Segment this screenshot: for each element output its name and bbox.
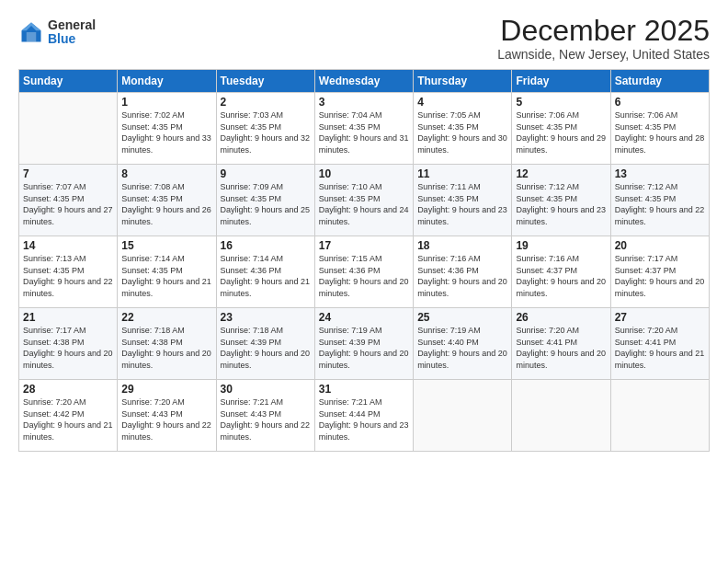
table-row: 17Sunrise: 7:15 AMSunset: 4:36 PMDayligh… [314, 236, 413, 308]
day-number: 21 [23, 311, 113, 324]
title-block: December 2025 Lawnside, New Jersey, Unit… [497, 15, 710, 62]
day-info: Sunrise: 7:19 AMSunset: 4:40 PMDaylight:… [417, 325, 507, 371]
table-row: 22Sunrise: 7:18 AMSunset: 4:38 PMDayligh… [118, 308, 216, 380]
table-row: 13Sunrise: 7:12 AMSunset: 4:35 PMDayligh… [610, 165, 709, 236]
col-sunday: Sunday [19, 70, 118, 93]
calendar-week-row: 21Sunrise: 7:17 AMSunset: 4:38 PMDayligh… [19, 308, 710, 380]
day-info: Sunrise: 7:03 AMSunset: 4:35 PMDaylight:… [221, 109, 311, 155]
table-row: 9Sunrise: 7:09 AMSunset: 4:35 PMDaylight… [216, 165, 314, 236]
table-row: 26Sunrise: 7:20 AMSunset: 4:41 PMDayligh… [512, 308, 610, 380]
day-info: Sunrise: 7:20 AMSunset: 4:41 PMDaylight:… [615, 325, 705, 371]
day-number: 3 [319, 96, 409, 109]
table-row: 2Sunrise: 7:03 AMSunset: 4:35 PMDaylight… [216, 93, 314, 165]
day-number: 9 [221, 167, 311, 180]
day-info: Sunrise: 7:05 AMSunset: 4:35 PMDaylight:… [417, 109, 507, 155]
calendar-table: Sunday Monday Tuesday Wednesday Thursday… [18, 69, 710, 452]
day-number: 23 [221, 311, 311, 324]
day-info: Sunrise: 7:20 AMSunset: 4:42 PMDaylight:… [23, 396, 113, 442]
day-number: 22 [121, 311, 211, 324]
day-number: 15 [121, 239, 211, 252]
day-number: 2 [221, 96, 311, 109]
day-number: 18 [417, 239, 507, 252]
calendar-header-row: Sunday Monday Tuesday Wednesday Thursday… [19, 70, 710, 93]
col-wednesday: Wednesday [314, 70, 413, 93]
table-row: 31Sunrise: 7:21 AMSunset: 4:44 PMDayligh… [314, 380, 413, 452]
day-info: Sunrise: 7:04 AMSunset: 4:35 PMDaylight:… [319, 109, 409, 155]
day-info: Sunrise: 7:17 AMSunset: 4:38 PMDaylight:… [23, 325, 113, 371]
table-row: 8Sunrise: 7:08 AMSunset: 4:35 PMDaylight… [118, 165, 216, 236]
day-number: 14 [23, 239, 113, 252]
day-info: Sunrise: 7:08 AMSunset: 4:35 PMDaylight:… [121, 181, 211, 227]
day-number: 30 [221, 383, 311, 396]
day-info: Sunrise: 7:14 AMSunset: 4:36 PMDaylight:… [221, 253, 311, 299]
day-number: 29 [121, 383, 211, 396]
day-number: 10 [319, 167, 409, 180]
col-friday: Friday [512, 70, 610, 93]
table-row: 5Sunrise: 7:06 AMSunset: 4:35 PMDaylight… [512, 93, 610, 165]
table-row: 15Sunrise: 7:14 AMSunset: 4:35 PMDayligh… [118, 236, 216, 308]
table-row [414, 380, 512, 452]
day-info: Sunrise: 7:21 AMSunset: 4:43 PMDaylight:… [221, 396, 311, 442]
day-info: Sunrise: 7:16 AMSunset: 4:36 PMDaylight:… [417, 253, 507, 299]
col-tuesday: Tuesday [216, 70, 314, 93]
table-row: 24Sunrise: 7:19 AMSunset: 4:39 PMDayligh… [314, 308, 413, 380]
day-info: Sunrise: 7:16 AMSunset: 4:37 PMDaylight:… [516, 253, 606, 299]
day-number: 31 [319, 383, 409, 396]
day-info: Sunrise: 7:12 AMSunset: 4:35 PMDaylight:… [615, 181, 705, 227]
table-row: 29Sunrise: 7:20 AMSunset: 4:43 PMDayligh… [118, 380, 216, 452]
table-row: 27Sunrise: 7:20 AMSunset: 4:41 PMDayligh… [610, 308, 709, 380]
day-number: 4 [417, 96, 507, 109]
col-saturday: Saturday [610, 70, 709, 93]
day-number: 1 [121, 96, 211, 109]
col-monday: Monday [118, 70, 216, 93]
day-info: Sunrise: 7:07 AMSunset: 4:35 PMDaylight:… [23, 181, 113, 227]
day-number: 16 [221, 239, 311, 252]
day-info: Sunrise: 7:21 AMSunset: 4:44 PMDaylight:… [319, 396, 409, 442]
logo-icon [18, 19, 44, 45]
table-row: 19Sunrise: 7:16 AMSunset: 4:37 PMDayligh… [512, 236, 610, 308]
table-row: 23Sunrise: 7:18 AMSunset: 4:39 PMDayligh… [216, 308, 314, 380]
day-number: 20 [615, 239, 705, 252]
table-row: 11Sunrise: 7:11 AMSunset: 4:35 PMDayligh… [414, 165, 512, 236]
page: General Blue December 2025 Lawnside, New… [0, 0, 728, 563]
calendar-week-row: 14Sunrise: 7:13 AMSunset: 4:35 PMDayligh… [19, 236, 710, 308]
table-row: 18Sunrise: 7:16 AMSunset: 4:36 PMDayligh… [414, 236, 512, 308]
day-number: 28 [23, 383, 113, 396]
day-info: Sunrise: 7:20 AMSunset: 4:41 PMDaylight:… [516, 325, 606, 371]
day-number: 8 [121, 167, 211, 180]
col-thursday: Thursday [414, 70, 512, 93]
day-info: Sunrise: 7:06 AMSunset: 4:35 PMDaylight:… [615, 109, 705, 155]
day-number: 24 [319, 311, 409, 324]
day-number: 11 [417, 167, 507, 180]
table-row: 14Sunrise: 7:13 AMSunset: 4:35 PMDayligh… [19, 236, 118, 308]
table-row: 28Sunrise: 7:20 AMSunset: 4:42 PMDayligh… [19, 380, 118, 452]
logo: General Blue [18, 18, 96, 47]
table-row: 6Sunrise: 7:06 AMSunset: 4:35 PMDaylight… [610, 93, 709, 165]
table-row [610, 380, 709, 452]
header: General Blue December 2025 Lawnside, New… [18, 15, 710, 62]
day-info: Sunrise: 7:17 AMSunset: 4:37 PMDaylight:… [615, 253, 705, 299]
day-info: Sunrise: 7:09 AMSunset: 4:35 PMDaylight:… [221, 181, 311, 227]
day-number: 13 [615, 167, 705, 180]
day-number: 26 [516, 311, 606, 324]
table-row: 7Sunrise: 7:07 AMSunset: 4:35 PMDaylight… [19, 165, 118, 236]
calendar-week-row: 7Sunrise: 7:07 AMSunset: 4:35 PMDaylight… [19, 165, 710, 236]
table-row: 10Sunrise: 7:10 AMSunset: 4:35 PMDayligh… [314, 165, 413, 236]
day-info: Sunrise: 7:19 AMSunset: 4:39 PMDaylight:… [319, 325, 409, 371]
svg-rect-2 [27, 32, 37, 42]
day-info: Sunrise: 7:15 AMSunset: 4:36 PMDaylight:… [319, 253, 409, 299]
logo-text: General Blue [48, 18, 96, 47]
calendar-week-row: 1Sunrise: 7:02 AMSunset: 4:35 PMDaylight… [19, 93, 710, 165]
day-number: 12 [516, 167, 606, 180]
day-info: Sunrise: 7:18 AMSunset: 4:39 PMDaylight:… [221, 325, 311, 371]
table-row: 12Sunrise: 7:12 AMSunset: 4:35 PMDayligh… [512, 165, 610, 236]
logo-blue-text: Blue [48, 32, 96, 46]
day-number: 25 [417, 311, 507, 324]
day-info: Sunrise: 7:02 AMSunset: 4:35 PMDaylight:… [121, 109, 211, 155]
table-row: 1Sunrise: 7:02 AMSunset: 4:35 PMDaylight… [118, 93, 216, 165]
day-info: Sunrise: 7:14 AMSunset: 4:35 PMDaylight:… [121, 253, 211, 299]
day-info: Sunrise: 7:06 AMSunset: 4:35 PMDaylight:… [516, 109, 606, 155]
table-row [19, 93, 118, 165]
calendar-week-row: 28Sunrise: 7:20 AMSunset: 4:42 PMDayligh… [19, 380, 710, 452]
day-number: 17 [319, 239, 409, 252]
